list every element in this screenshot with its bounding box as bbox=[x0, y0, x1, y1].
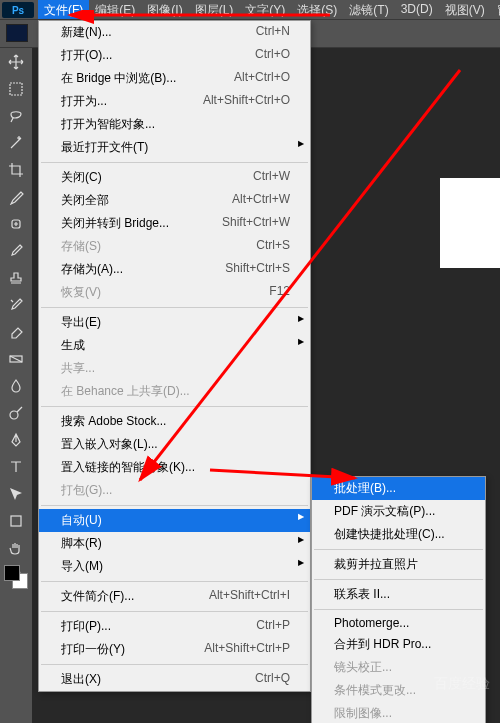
history-brush-icon[interactable] bbox=[6, 295, 26, 315]
menu-filter[interactable]: 滤镜(T) bbox=[343, 0, 394, 19]
menu-item-label: 打开为智能对象... bbox=[61, 116, 155, 133]
file-menu-item[interactable]: 打开为智能对象... bbox=[39, 113, 310, 136]
shape-tool-icon[interactable] bbox=[6, 511, 26, 531]
file-menu-separator bbox=[41, 664, 308, 665]
menu-item-shortcut: Alt+Ctrl+W bbox=[232, 192, 290, 209]
menu-image[interactable]: 图像(I) bbox=[141, 0, 188, 19]
type-tool-icon[interactable] bbox=[6, 457, 26, 477]
file-menu-item[interactable]: 打开(O)...Ctrl+O bbox=[39, 44, 310, 67]
file-menu-item[interactable]: 导出(E)▶ bbox=[39, 311, 310, 334]
menu-item-label: 联系表 II... bbox=[334, 586, 390, 603]
menu-item-shortcut: Alt+Ctrl+O bbox=[234, 70, 290, 87]
stamp-tool-icon[interactable] bbox=[6, 268, 26, 288]
auto-submenu-item[interactable]: 裁剪并拉直照片 bbox=[312, 553, 485, 576]
auto-submenu-item[interactable]: PDF 演示文稿(P)... bbox=[312, 500, 485, 523]
menu-file[interactable]: 文件(F) bbox=[38, 0, 89, 19]
auto-submenu-item: 限制图像... bbox=[312, 702, 485, 723]
menu-item-label: 最近打开文件(T) bbox=[61, 139, 148, 156]
blur-tool-icon[interactable] bbox=[6, 376, 26, 396]
menu-item-shortcut: Alt+Shift+Ctrl+P bbox=[204, 641, 290, 658]
menu-item-label: 关闭全部 bbox=[61, 192, 109, 209]
file-menu-item[interactable]: 置入嵌入对象(L)... bbox=[39, 433, 310, 456]
file-menu-item[interactable]: 打开为...Alt+Shift+Ctrl+O bbox=[39, 90, 310, 113]
menu-item-label: 置入链接的智能对象(K)... bbox=[61, 459, 195, 476]
file-menu-item[interactable]: 最近打开文件(T)▶ bbox=[39, 136, 310, 159]
menu-item-shortcut: Ctrl+O bbox=[255, 47, 290, 64]
auto-submenu-item[interactable]: 批处理(B)... bbox=[312, 477, 485, 500]
menubar: 文件(F) 编辑(E) 图像(I) 图层(L) 文字(Y) 选择(S) 滤镜(T… bbox=[0, 0, 500, 20]
dodge-tool-icon[interactable] bbox=[6, 403, 26, 423]
file-menu-item[interactable]: 在 Bridge 中浏览(B)...Alt+Ctrl+O bbox=[39, 67, 310, 90]
menu-item-shortcut: Alt+Shift+Ctrl+I bbox=[209, 588, 290, 605]
move-tool-icon[interactable] bbox=[6, 52, 26, 72]
svg-point-3 bbox=[10, 411, 18, 419]
file-menu-item[interactable]: 新建(N)...Ctrl+N bbox=[39, 21, 310, 44]
file-menu-item[interactable]: 退出(X)Ctrl+Q bbox=[39, 668, 310, 691]
marquee-tool-icon[interactable] bbox=[6, 79, 26, 99]
eraser-tool-icon[interactable] bbox=[6, 322, 26, 342]
menu-item-label: 在 Behance 上共享(D)... bbox=[61, 383, 190, 400]
foreground-color-icon[interactable] bbox=[4, 565, 20, 581]
file-menu-separator bbox=[41, 162, 308, 163]
submenu-arrow-icon: ▶ bbox=[298, 535, 304, 544]
brush-tool-icon[interactable] bbox=[6, 241, 26, 261]
file-menu-item[interactable]: 生成▶ bbox=[39, 334, 310, 357]
watermark: 百度经验 bbox=[434, 675, 490, 693]
lasso-tool-icon[interactable] bbox=[6, 106, 26, 126]
file-menu-item[interactable]: 导入(M)▶ bbox=[39, 555, 310, 578]
wand-tool-icon[interactable] bbox=[6, 133, 26, 153]
auto-submenu-item[interactable]: Photomerge... bbox=[312, 613, 485, 633]
menu-type[interactable]: 文字(Y) bbox=[239, 0, 291, 19]
menu-item-label: 共享... bbox=[61, 360, 95, 377]
menu-item-label: Photomerge... bbox=[334, 616, 409, 630]
heal-tool-icon[interactable] bbox=[6, 214, 26, 234]
submenu-arrow-icon: ▶ bbox=[298, 314, 304, 323]
eyedropper-tool-icon[interactable] bbox=[6, 187, 26, 207]
path-tool-icon[interactable] bbox=[6, 484, 26, 504]
file-menu-item[interactable]: 打印一份(Y)Alt+Shift+Ctrl+P bbox=[39, 638, 310, 661]
crop-tool-icon[interactable] bbox=[6, 160, 26, 180]
file-menu-item[interactable]: 文件简介(F)...Alt+Shift+Ctrl+I bbox=[39, 585, 310, 608]
auto-submenu-item[interactable]: 合并到 HDR Pro... bbox=[312, 633, 485, 656]
menu-item-label: 限制图像... bbox=[334, 705, 392, 722]
file-menu-item: 恢复(V)F12 bbox=[39, 281, 310, 304]
menu-3d[interactable]: 3D(D) bbox=[395, 0, 439, 19]
file-menu-item[interactable]: 关闭(C)Ctrl+W bbox=[39, 166, 310, 189]
menu-view[interactable]: 视图(V) bbox=[439, 0, 491, 19]
file-menu-item[interactable]: 置入链接的智能对象(K)... bbox=[39, 456, 310, 479]
file-menu-item: 在 Behance 上共享(D)... bbox=[39, 380, 310, 403]
auto-submenu-item[interactable]: 创建快捷批处理(C)... bbox=[312, 523, 485, 546]
menu-item-label: 关闭并转到 Bridge... bbox=[61, 215, 169, 232]
menu-item-label: 批处理(B)... bbox=[334, 480, 396, 497]
file-menu-item[interactable]: 打印(P)...Ctrl+P bbox=[39, 615, 310, 638]
file-menu-dropdown: 新建(N)...Ctrl+N打开(O)...Ctrl+O在 Bridge 中浏览… bbox=[38, 20, 311, 692]
document-canvas[interactable] bbox=[440, 178, 500, 268]
menu-item-label: 存储为(A)... bbox=[61, 261, 123, 278]
file-menu-item[interactable]: 关闭并转到 Bridge...Shift+Ctrl+W bbox=[39, 212, 310, 235]
pen-tool-icon[interactable] bbox=[6, 430, 26, 450]
file-menu-item[interactable]: 脚本(R)▶ bbox=[39, 532, 310, 555]
svg-rect-0 bbox=[10, 83, 22, 95]
app-badge: Ps bbox=[2, 2, 34, 18]
gradient-tool-icon[interactable] bbox=[6, 349, 26, 369]
menu-item-label: 裁剪并拉直照片 bbox=[334, 556, 418, 573]
menu-item-shortcut: Ctrl+Q bbox=[255, 671, 290, 688]
menu-item-label: 恢复(V) bbox=[61, 284, 101, 301]
menu-window[interactable]: 窗口(W) bbox=[491, 0, 500, 19]
menu-layer[interactable]: 图层(L) bbox=[189, 0, 240, 19]
color-swatch[interactable] bbox=[4, 565, 28, 589]
file-menu-item[interactable]: 存储为(A)...Shift+Ctrl+S bbox=[39, 258, 310, 281]
menu-item-label: 新建(N)... bbox=[61, 24, 112, 41]
file-menu-item: 打包(G)... bbox=[39, 479, 310, 502]
file-menu-item[interactable]: 搜索 Adobe Stock... bbox=[39, 410, 310, 433]
menu-item-label: 关闭(C) bbox=[61, 169, 102, 186]
hand-tool-icon[interactable] bbox=[6, 538, 26, 558]
menu-item-label: 镜头校正... bbox=[334, 659, 392, 676]
menu-edit[interactable]: 编辑(E) bbox=[89, 0, 141, 19]
file-menu-item[interactable]: 关闭全部Alt+Ctrl+W bbox=[39, 189, 310, 212]
options-swatch[interactable] bbox=[6, 24, 28, 42]
menu-item-label: 打印(P)... bbox=[61, 618, 111, 635]
auto-submenu-item[interactable]: 联系表 II... bbox=[312, 583, 485, 606]
file-menu-item[interactable]: 自动(U)▶ bbox=[39, 509, 310, 532]
menu-select[interactable]: 选择(S) bbox=[291, 0, 343, 19]
